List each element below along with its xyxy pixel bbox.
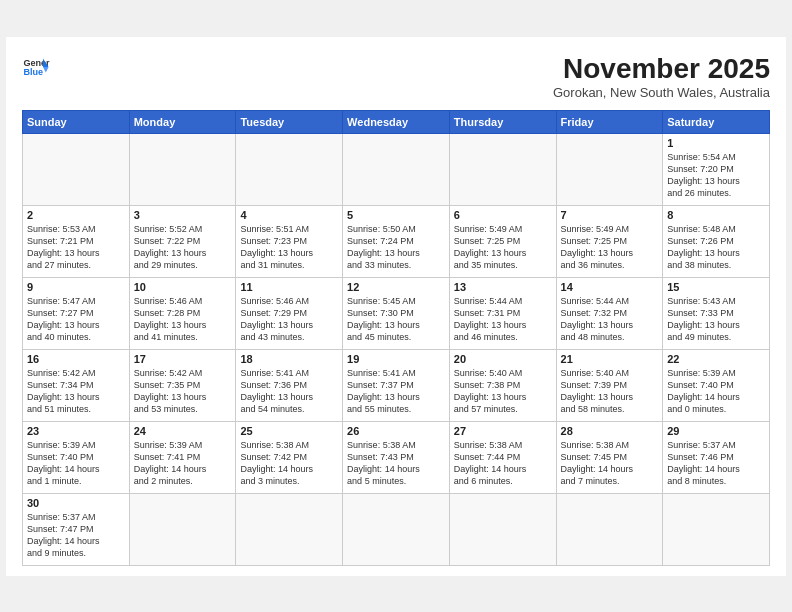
day-info: Sunrise: 5:40 AM Sunset: 7:38 PM Dayligh…	[454, 367, 552, 416]
day-number: 18	[240, 353, 338, 365]
day-number: 27	[454, 425, 552, 437]
day-cell: 18Sunrise: 5:41 AM Sunset: 7:36 PM Dayli…	[236, 349, 343, 421]
day-info: Sunrise: 5:48 AM Sunset: 7:26 PM Dayligh…	[667, 223, 765, 272]
weekday-header-sunday: Sunday	[23, 110, 130, 133]
day-number: 16	[27, 353, 125, 365]
week-row-3: 9Sunrise: 5:47 AM Sunset: 7:27 PM Daylig…	[23, 277, 770, 349]
logo: General Blue	[22, 53, 50, 81]
page-header: General Blue November 2025 Gorokan, New …	[22, 53, 770, 100]
day-number: 1	[667, 137, 765, 149]
day-info: Sunrise: 5:41 AM Sunset: 7:36 PM Dayligh…	[240, 367, 338, 416]
day-cell	[129, 493, 236, 565]
day-number: 7	[561, 209, 659, 221]
weekday-header-monday: Monday	[129, 110, 236, 133]
day-cell	[236, 493, 343, 565]
day-cell	[663, 493, 770, 565]
day-cell: 14Sunrise: 5:44 AM Sunset: 7:32 PM Dayli…	[556, 277, 663, 349]
week-row-6: 30Sunrise: 5:37 AM Sunset: 7:47 PM Dayli…	[23, 493, 770, 565]
day-info: Sunrise: 5:39 AM Sunset: 7:40 PM Dayligh…	[27, 439, 125, 488]
day-info: Sunrise: 5:41 AM Sunset: 7:37 PM Dayligh…	[347, 367, 445, 416]
weekday-header-tuesday: Tuesday	[236, 110, 343, 133]
day-cell: 25Sunrise: 5:38 AM Sunset: 7:42 PM Dayli…	[236, 421, 343, 493]
day-cell: 27Sunrise: 5:38 AM Sunset: 7:44 PM Dayli…	[449, 421, 556, 493]
day-cell: 29Sunrise: 5:37 AM Sunset: 7:46 PM Dayli…	[663, 421, 770, 493]
day-cell	[23, 133, 130, 205]
day-cell: 9Sunrise: 5:47 AM Sunset: 7:27 PM Daylig…	[23, 277, 130, 349]
day-cell: 10Sunrise: 5:46 AM Sunset: 7:28 PM Dayli…	[129, 277, 236, 349]
day-number: 30	[27, 497, 125, 509]
day-number: 23	[27, 425, 125, 437]
day-cell	[129, 133, 236, 205]
day-number: 10	[134, 281, 232, 293]
day-cell: 24Sunrise: 5:39 AM Sunset: 7:41 PM Dayli…	[129, 421, 236, 493]
day-cell: 20Sunrise: 5:40 AM Sunset: 7:38 PM Dayli…	[449, 349, 556, 421]
logo-icon: General Blue	[22, 53, 50, 81]
day-info: Sunrise: 5:38 AM Sunset: 7:45 PM Dayligh…	[561, 439, 659, 488]
day-number: 3	[134, 209, 232, 221]
day-cell: 19Sunrise: 5:41 AM Sunset: 7:37 PM Dayli…	[343, 349, 450, 421]
day-info: Sunrise: 5:54 AM Sunset: 7:20 PM Dayligh…	[667, 151, 765, 200]
calendar-table: SundayMondayTuesdayWednesdayThursdayFrid…	[22, 110, 770, 566]
day-cell: 6Sunrise: 5:49 AM Sunset: 7:25 PM Daylig…	[449, 205, 556, 277]
day-info: Sunrise: 5:52 AM Sunset: 7:22 PM Dayligh…	[134, 223, 232, 272]
day-info: Sunrise: 5:49 AM Sunset: 7:25 PM Dayligh…	[454, 223, 552, 272]
day-number: 5	[347, 209, 445, 221]
day-info: Sunrise: 5:42 AM Sunset: 7:35 PM Dayligh…	[134, 367, 232, 416]
day-cell: 26Sunrise: 5:38 AM Sunset: 7:43 PM Dayli…	[343, 421, 450, 493]
day-cell: 1Sunrise: 5:54 AM Sunset: 7:20 PM Daylig…	[663, 133, 770, 205]
day-info: Sunrise: 5:42 AM Sunset: 7:34 PM Dayligh…	[27, 367, 125, 416]
day-cell	[449, 133, 556, 205]
day-number: 15	[667, 281, 765, 293]
svg-text:Blue: Blue	[23, 67, 43, 77]
weekday-header-friday: Friday	[556, 110, 663, 133]
day-cell: 7Sunrise: 5:49 AM Sunset: 7:25 PM Daylig…	[556, 205, 663, 277]
day-info: Sunrise: 5:39 AM Sunset: 7:40 PM Dayligh…	[667, 367, 765, 416]
day-number: 26	[347, 425, 445, 437]
day-info: Sunrise: 5:49 AM Sunset: 7:25 PM Dayligh…	[561, 223, 659, 272]
day-info: Sunrise: 5:37 AM Sunset: 7:47 PM Dayligh…	[27, 511, 125, 560]
day-number: 20	[454, 353, 552, 365]
day-number: 14	[561, 281, 659, 293]
weekday-header-saturday: Saturday	[663, 110, 770, 133]
day-info: Sunrise: 5:51 AM Sunset: 7:23 PM Dayligh…	[240, 223, 338, 272]
day-cell: 21Sunrise: 5:40 AM Sunset: 7:39 PM Dayli…	[556, 349, 663, 421]
day-number: 11	[240, 281, 338, 293]
day-number: 17	[134, 353, 232, 365]
day-cell: 11Sunrise: 5:46 AM Sunset: 7:29 PM Dayli…	[236, 277, 343, 349]
day-info: Sunrise: 5:40 AM Sunset: 7:39 PM Dayligh…	[561, 367, 659, 416]
day-cell: 15Sunrise: 5:43 AM Sunset: 7:33 PM Dayli…	[663, 277, 770, 349]
month-title: November 2025	[553, 53, 770, 85]
day-cell	[343, 133, 450, 205]
day-info: Sunrise: 5:38 AM Sunset: 7:43 PM Dayligh…	[347, 439, 445, 488]
day-info: Sunrise: 5:45 AM Sunset: 7:30 PM Dayligh…	[347, 295, 445, 344]
day-info: Sunrise: 5:47 AM Sunset: 7:27 PM Dayligh…	[27, 295, 125, 344]
day-number: 28	[561, 425, 659, 437]
day-number: 8	[667, 209, 765, 221]
title-block: November 2025 Gorokan, New South Wales, …	[553, 53, 770, 100]
day-cell: 8Sunrise: 5:48 AM Sunset: 7:26 PM Daylig…	[663, 205, 770, 277]
day-number: 22	[667, 353, 765, 365]
day-number: 24	[134, 425, 232, 437]
day-cell	[236, 133, 343, 205]
day-cell: 5Sunrise: 5:50 AM Sunset: 7:24 PM Daylig…	[343, 205, 450, 277]
svg-marker-3	[43, 67, 49, 73]
week-row-4: 16Sunrise: 5:42 AM Sunset: 7:34 PM Dayli…	[23, 349, 770, 421]
day-cell: 16Sunrise: 5:42 AM Sunset: 7:34 PM Dayli…	[23, 349, 130, 421]
day-info: Sunrise: 5:46 AM Sunset: 7:28 PM Dayligh…	[134, 295, 232, 344]
day-number: 25	[240, 425, 338, 437]
calendar-page: General Blue November 2025 Gorokan, New …	[6, 37, 786, 576]
day-cell	[343, 493, 450, 565]
day-number: 12	[347, 281, 445, 293]
day-number: 21	[561, 353, 659, 365]
day-cell: 17Sunrise: 5:42 AM Sunset: 7:35 PM Dayli…	[129, 349, 236, 421]
day-number: 29	[667, 425, 765, 437]
day-number: 13	[454, 281, 552, 293]
day-info: Sunrise: 5:53 AM Sunset: 7:21 PM Dayligh…	[27, 223, 125, 272]
day-cell: 30Sunrise: 5:37 AM Sunset: 7:47 PM Dayli…	[23, 493, 130, 565]
weekday-header-thursday: Thursday	[449, 110, 556, 133]
day-number: 9	[27, 281, 125, 293]
day-info: Sunrise: 5:44 AM Sunset: 7:31 PM Dayligh…	[454, 295, 552, 344]
location: Gorokan, New South Wales, Australia	[553, 85, 770, 100]
day-info: Sunrise: 5:38 AM Sunset: 7:44 PM Dayligh…	[454, 439, 552, 488]
day-cell: 12Sunrise: 5:45 AM Sunset: 7:30 PM Dayli…	[343, 277, 450, 349]
